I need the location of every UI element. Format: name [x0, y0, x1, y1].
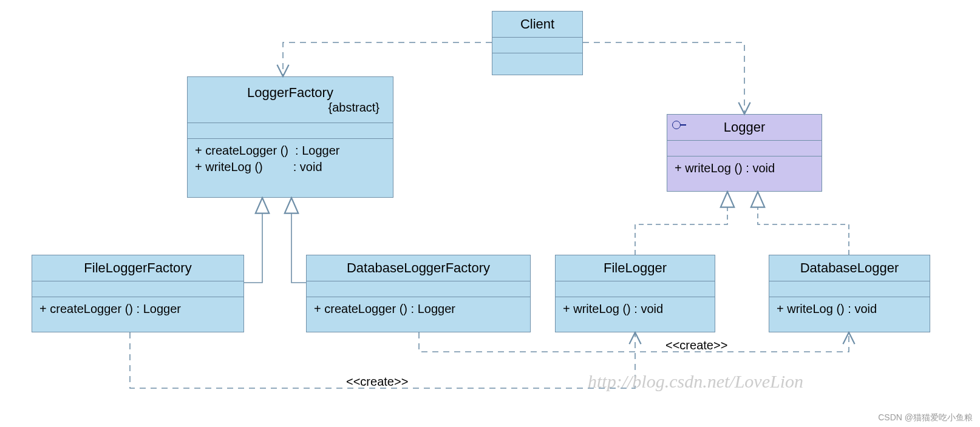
class-file-logger-factory: FileLoggerFactory + createLogger () : Lo…	[32, 255, 244, 332]
class-stereotype: {abstract}	[328, 101, 387, 115]
class-title: Client	[492, 12, 582, 38]
class-title: DatabaseLoggerFactory	[307, 255, 530, 281]
class-title: DatabaseLogger	[769, 255, 930, 281]
class-ops: + writeLog () : void	[667, 156, 822, 191]
op-write-log: + writeLog () : void	[675, 160, 775, 177]
class-title: Logger	[667, 115, 822, 141]
class-attrs	[188, 123, 393, 139]
interface-logger: Logger + writeLog () : void	[667, 114, 822, 192]
op-write-log: + writeLog () : void	[563, 301, 663, 317]
class-name: LoggerFactory	[247, 85, 333, 101]
class-attrs	[307, 281, 530, 297]
class-title: FileLogger	[556, 255, 715, 281]
class-attrs	[667, 141, 822, 156]
class-logger-factory: LoggerFactory {abstract} + createLogger …	[187, 76, 393, 198]
watermark: http://blog.csdn.net/LoveLion	[588, 371, 803, 392]
op-create-logger: + createLogger () : Logger	[39, 301, 181, 317]
class-client: Client	[492, 11, 583, 75]
class-ops: + createLogger () : Logger	[32, 297, 243, 332]
class-ops: + writeLog () : void	[556, 297, 715, 332]
class-attrs	[556, 281, 715, 297]
class-ops: + createLogger () : Logger + writeLog ()…	[188, 139, 393, 197]
interface-lollipop-icon	[672, 121, 681, 129]
uml-diagram: Client LoggerFactory {abstract} + create…	[0, 0, 980, 427]
class-attrs	[492, 38, 582, 53]
op-create-logger: + createLogger () : Logger	[195, 143, 339, 159]
class-ops: + writeLog () : void	[769, 297, 930, 332]
class-title: LoggerFactory {abstract}	[188, 77, 393, 123]
credit-text: CSDN @猫猫爱吃小鱼粮	[878, 412, 973, 423]
class-attrs	[32, 281, 243, 297]
class-attrs	[769, 281, 930, 297]
class-ops: + createLogger () : Logger	[307, 297, 530, 332]
op-write-log: + writeLog () : void	[195, 159, 322, 175]
class-database-logger: DatabaseLogger + writeLog () : void	[769, 255, 930, 332]
op-write-log: + writeLog () : void	[777, 301, 877, 317]
class-title: FileLoggerFactory	[32, 255, 243, 281]
relationships	[0, 0, 980, 427]
class-ops	[492, 53, 582, 75]
class-database-logger-factory: DatabaseLoggerFactory + createLogger () …	[306, 255, 531, 332]
create-label-1: <<create>>	[346, 375, 408, 389]
op-create-logger: + createLogger () : Logger	[314, 301, 455, 317]
class-name: Logger	[724, 119, 766, 135]
create-label-2: <<create>>	[665, 338, 727, 352]
class-file-logger: FileLogger + writeLog () : void	[555, 255, 715, 332]
